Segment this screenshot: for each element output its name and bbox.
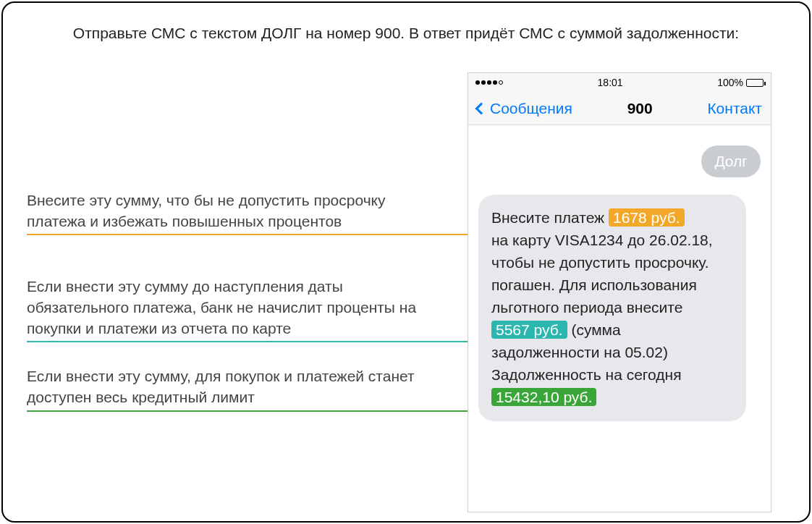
messages-area: Долг Внесите платеж 1678 руб. на карту V… [468, 125, 771, 512]
annotation-min-payment: Внесите эту сумму, что бы не допустить п… [27, 190, 432, 232]
annotation-full-debt: Если внести эту сумму, для покупок и пла… [27, 365, 432, 407]
chevron-left-icon [475, 102, 488, 114]
signal-strength-icon [475, 80, 503, 85]
nav-title: 900 [627, 100, 653, 117]
sms-text: на карту VISA1234 до 26.02.18, чтобы не … [491, 232, 713, 271]
battery-status: 100% [717, 77, 764, 88]
annotation-text: Внесите эту сумму, что бы не допустить п… [27, 192, 386, 229]
outgoing-message: Долг [701, 145, 761, 177]
amount-total-debt: 15432,10 руб. [491, 388, 596, 406]
headline-text: Отправьте СМС с текстом ДОЛГ на номер 90… [3, 25, 809, 42]
diagram-frame: Отправьте СМС с текстом ДОЛГ на номер 90… [1, 1, 811, 523]
status-bar: 18:01 100% [468, 73, 771, 92]
status-time: 18:01 [598, 77, 623, 88]
battery-percent: 100% [717, 77, 743, 88]
connector-line-orange [27, 234, 479, 235]
sms-text: погашен. Для использования льготного пер… [491, 276, 697, 316]
amount-grace: 5567 руб. [491, 321, 567, 339]
sms-text: Внесите платеж [491, 209, 609, 226]
incoming-sms: Внесите платеж 1678 руб. на карту VISA12… [478, 195, 746, 421]
annotation-text: Если внести эту сумму до наступления дат… [27, 278, 416, 337]
battery-icon [746, 79, 764, 87]
sms-text: Задолженность на сегодня [491, 366, 682, 383]
connector-line-green [27, 410, 479, 412]
phone-mockup: 18:01 100% Сообщения 900 Контакт Долг Вн… [468, 72, 771, 512]
back-button[interactable]: Сообщения [477, 100, 572, 117]
connector-line-teal [27, 341, 479, 342]
annotation-text: Если внести эту сумму, для покупок и пла… [27, 368, 415, 405]
amount-min-payment: 1678 руб. [609, 208, 685, 227]
contact-button[interactable]: Контакт [707, 100, 762, 117]
back-label: Сообщения [490, 100, 572, 117]
nav-bar: Сообщения 900 Контакт [468, 92, 771, 125]
annotation-grace-period: Если внести эту сумму до наступления дат… [27, 276, 432, 339]
